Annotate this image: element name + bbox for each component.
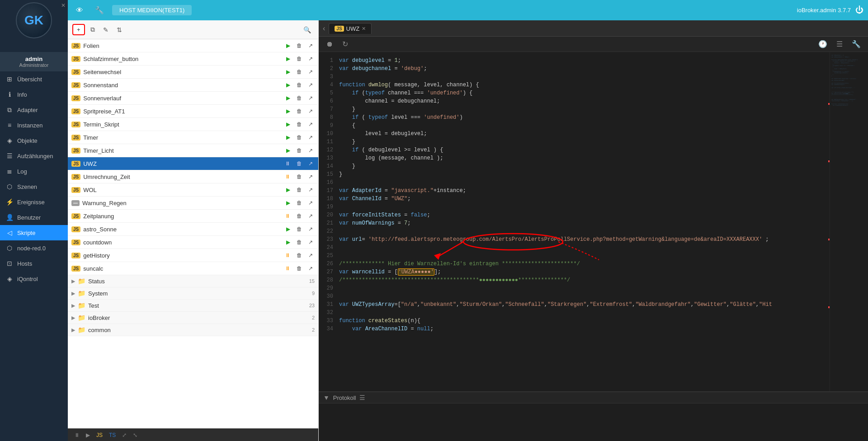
run-script-button[interactable]: ⏺ (323, 39, 336, 50)
sidebar-item-adapter[interactable]: ⧉ Adapter (0, 102, 68, 117)
ts-filter-button[interactable]: TS (107, 431, 118, 439)
pause-button[interactable]: ⏸ (283, 160, 292, 168)
export-button[interactable]: ↗ (307, 133, 315, 141)
log-list-button[interactable]: ☰ (359, 394, 365, 401)
delete-button[interactable]: 🗑 (295, 107, 304, 115)
host-title[interactable]: HOST MEDIION(TEST1) (112, 5, 192, 15)
list-item[interactable]: JS Timer_Licht ▶ 🗑 ↗ (68, 144, 318, 157)
clock-icon[interactable]: 🕐 (816, 38, 830, 50)
export-button[interactable]: ↗ (307, 225, 315, 233)
close-icon[interactable]: ✕ (61, 2, 66, 9)
pause-button[interactable]: ⏸ (283, 264, 292, 272)
play-all-button[interactable]: ▶ (84, 431, 92, 439)
edit-script-button[interactable]: ✎ (100, 25, 111, 35)
list-item[interactable]: JS Zeitplanung ⏸ 🗑 ↗ (68, 210, 318, 223)
sidebar-item-iqontrol[interactable]: ◈ iQontrol (0, 271, 68, 286)
run-button[interactable]: ▶ (284, 81, 292, 89)
pause-button[interactable]: ⏸ (283, 251, 292, 259)
visibility-icon[interactable]: 👁 (72, 5, 87, 16)
js-filter-button[interactable]: JS (94, 431, 104, 439)
list-item[interactable]: JS Folien ▶ 🗑 ↗ (68, 39, 318, 52)
sidebar-item-instanzen[interactable]: ≡ Instanzen (0, 117, 68, 133)
delete-button[interactable]: 🗑 (295, 81, 304, 89)
tab-nav-left[interactable]: ‹ (321, 23, 327, 34)
list-item-uwz[interactable]: JS UWZ ⏸ 🗑 ↗ (68, 157, 318, 170)
export-button[interactable]: ↗ (307, 55, 315, 63)
delete-button[interactable]: 🗑 (295, 68, 304, 76)
delete-button[interactable]: 🗑 (295, 120, 304, 128)
export-button[interactable]: ↗ (307, 251, 315, 259)
export-button[interactable]: ↗ (307, 212, 315, 220)
log-toggle-button[interactable]: ▼ (323, 394, 330, 401)
list-item[interactable]: JS getHistory ⏸ 🗑 ↗ (68, 249, 318, 262)
run-button[interactable]: ▶ (284, 120, 292, 128)
sidebar-item-log[interactable]: ≣ Log (0, 164, 68, 179)
run-button[interactable]: ▶ (284, 238, 292, 246)
sidebar-item-node-red[interactable]: ⬡ node-red.0 (0, 240, 68, 256)
export-button[interactable]: ↗ (307, 120, 315, 128)
pause-all-button[interactable]: ⏸ (72, 431, 81, 439)
delete-button[interactable]: 🗑 (295, 55, 304, 63)
delete-button[interactable]: 🗑 (295, 173, 304, 181)
tab-uwz[interactable]: JS UWZ ✕ (329, 23, 372, 34)
run-button[interactable]: ▶ (284, 199, 292, 207)
delete-button[interactable]: 🗑 (295, 94, 304, 102)
folder-item-status[interactable]: ▶ 📁 Status 15 (68, 275, 318, 287)
export-button[interactable]: ↗ (307, 68, 315, 76)
run-button[interactable]: ▶ (284, 55, 292, 63)
list-icon[interactable]: ☰ (834, 38, 845, 50)
delete-button[interactable]: 🗑 (295, 160, 304, 168)
pause-button[interactable]: ⏸ (283, 212, 292, 220)
sidebar-item-szenen[interactable]: ⬡ Szenen (0, 179, 68, 194)
sidebar-item-objekte[interactable]: ◈ Objekte (0, 133, 68, 148)
export-button[interactable]: ↗ (307, 173, 315, 181)
list-item[interactable]: JS Umrechnung_Zeit ⏸ 🗑 ↗ (68, 170, 318, 183)
pause-button[interactable]: ⏸ (283, 173, 292, 181)
search-button[interactable]: 🔍 (301, 25, 314, 35)
run-button[interactable]: ▶ (284, 68, 292, 76)
tools-icon[interactable]: 🔧 (91, 4, 108, 16)
delete-button[interactable]: 🗑 (295, 225, 304, 233)
delete-button[interactable]: 🗑 (295, 133, 304, 141)
sidebar-item-benutzer[interactable]: 👤 Benutzer (0, 210, 68, 225)
delete-button[interactable]: 🗑 (295, 212, 304, 220)
list-item[interactable]: JS Timer ▶ 🗑 ↗ (68, 131, 318, 144)
tab-close-icon[interactable]: ✕ (362, 26, 366, 32)
export-button[interactable]: ↗ (307, 81, 315, 89)
run-button[interactable]: ▶ (284, 107, 292, 115)
export-button[interactable]: ↗ (307, 146, 315, 155)
list-item[interactable]: — Warnung_Regen ▶ 🗑 ↗ (68, 197, 318, 210)
copy-script-button[interactable]: ⧉ (88, 24, 98, 35)
sidebar-item-info[interactable]: ℹ Info (0, 87, 68, 102)
export-button[interactable]: ↗ (307, 186, 315, 194)
delete-button[interactable]: 🗑 (295, 199, 304, 207)
list-item[interactable]: JS Schlafzimmer_button ▶ 🗑 ↗ (68, 52, 318, 66)
export-button[interactable]: ↗ (307, 238, 315, 246)
settings-icon[interactable]: 🔧 (849, 38, 863, 50)
list-item[interactable]: JS Sonnenstand ▶ 🗑 ↗ (68, 79, 318, 92)
delete-button[interactable]: 🗑 (295, 186, 304, 194)
delete-button[interactable]: 🗑 (295, 42, 304, 50)
add-script-button[interactable]: + (72, 24, 85, 35)
export-button[interactable]: ↗ (307, 199, 315, 207)
list-item-countdown[interactable]: JS countdown ▶ 🗑 ↗ (68, 236, 318, 249)
folder-item-system[interactable]: ▶ 📁 System 9 (68, 287, 318, 300)
sort-button[interactable]: ⇅ (114, 25, 125, 35)
delete-button[interactable]: 🗑 (295, 238, 304, 246)
sidebar-item-aufzaehlungen[interactable]: ☰ Aufzählungen (0, 148, 68, 164)
collapse-button[interactable]: ⤡ (131, 431, 139, 439)
list-item[interactable]: JS Termin_Skript ▶ 🗑 ↗ (68, 118, 318, 131)
export-button[interactable]: ↗ (307, 42, 315, 50)
delete-button[interactable]: 🗑 (295, 146, 304, 155)
run-button[interactable]: ▶ (284, 94, 292, 102)
folder-item-iobroker[interactable]: ▶ 📁 ioBroker 2 (68, 312, 318, 324)
run-button[interactable]: ▶ (284, 42, 292, 50)
run-button[interactable]: ▶ (284, 133, 292, 141)
export-button[interactable]: ↗ (307, 264, 315, 272)
run-button[interactable]: ▶ (284, 225, 292, 233)
code-content[interactable]: var debuglevel = 1; var debugchannel = '… (337, 52, 827, 391)
list-item[interactable]: JS astro_Sonne ▶ 🗑 ↗ (68, 223, 318, 236)
refresh-button[interactable]: ↻ (340, 38, 351, 50)
list-item[interactable]: JS Seitenwechsel ▶ 🗑 ↗ (68, 66, 318, 79)
delete-button[interactable]: 🗑 (295, 251, 304, 259)
